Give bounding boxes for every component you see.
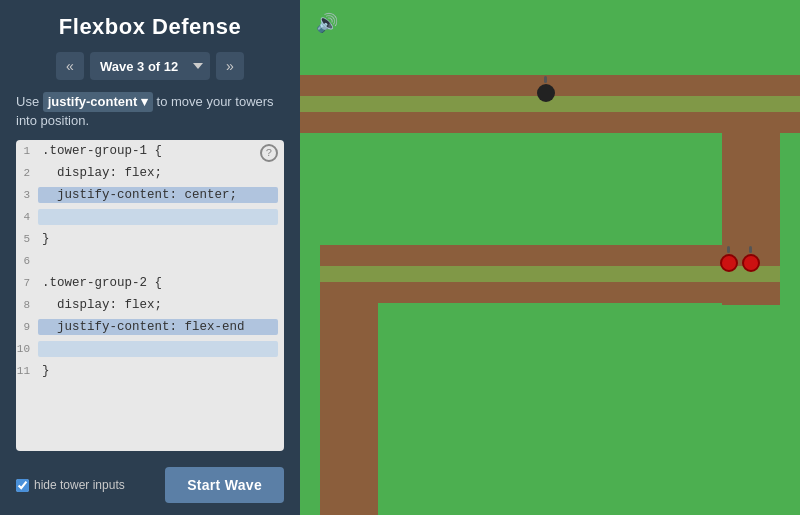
instruction-prefix: Use bbox=[16, 94, 39, 109]
line-num-5: 5 bbox=[16, 233, 38, 245]
line-content-9[interactable]: justify-content: flex-end bbox=[38, 319, 278, 335]
line-num-1: 1 bbox=[16, 145, 38, 157]
code-line-4: 4 bbox=[16, 206, 284, 228]
line-num-9: 9 bbox=[16, 321, 38, 333]
hide-inputs-label[interactable]: hide tower inputs bbox=[16, 478, 125, 492]
code-line-5: 5 } bbox=[16, 228, 284, 250]
line-num-11: 11 bbox=[16, 365, 38, 377]
lane-stripe-middle bbox=[320, 266, 780, 282]
keyword-badge[interactable]: justify-content ▾ bbox=[43, 92, 153, 112]
tower-1-body bbox=[537, 84, 555, 102]
hide-inputs-checkbox[interactable] bbox=[16, 479, 29, 492]
wave-navigation: « Wave 1 of 12Wave 2 of 12Wave 3 of 12Wa… bbox=[16, 52, 284, 80]
bottom-bar: hide tower inputs Start Wave bbox=[16, 461, 284, 503]
wave-dropdown[interactable]: Wave 1 of 12Wave 2 of 12Wave 3 of 12Wave… bbox=[90, 52, 210, 80]
line-content-2: display: flex; bbox=[38, 165, 278, 181]
code-line-3[interactable]: 3 justify-content: center; bbox=[16, 184, 284, 206]
line-content-4 bbox=[38, 209, 278, 225]
code-line-11: 11 } bbox=[16, 360, 284, 382]
line-content-3[interactable]: justify-content: center; bbox=[38, 187, 278, 203]
left-panel: Flexbox Defense « Wave 1 of 12Wave 2 of … bbox=[0, 0, 300, 515]
instruction-text: Use justify-content ▾ to move your tower… bbox=[16, 92, 284, 130]
line-num-4: 4 bbox=[16, 211, 38, 223]
hide-inputs-text: hide tower inputs bbox=[34, 478, 125, 492]
code-line-9[interactable]: 9 justify-content: flex-end bbox=[16, 316, 284, 338]
line-content-5: } bbox=[38, 231, 278, 247]
tower-3 bbox=[740, 250, 762, 272]
code-editor: ? 1 .tower-group-1 { 2 display: flex; 3 … bbox=[16, 140, 284, 451]
line-num-8: 8 bbox=[16, 299, 38, 311]
line-content-1: .tower-group-1 { bbox=[38, 143, 278, 159]
tower-2 bbox=[718, 250, 740, 272]
game-panel: 🔊 bbox=[300, 0, 800, 515]
road-left bbox=[320, 245, 378, 515]
line-content-6 bbox=[38, 260, 278, 262]
tower-3-fuse bbox=[749, 246, 752, 253]
line-num-3: 3 bbox=[16, 189, 38, 201]
line-num-2: 2 bbox=[16, 167, 38, 179]
tower-2-body bbox=[720, 254, 738, 272]
tower-1 bbox=[535, 80, 557, 102]
next-wave-button[interactable]: » bbox=[216, 52, 244, 80]
line-num-7: 7 bbox=[16, 277, 38, 289]
app-title: Flexbox Defense bbox=[16, 14, 284, 40]
code-line-8: 8 display: flex; bbox=[16, 294, 284, 316]
code-line-2: 2 display: flex; bbox=[16, 162, 284, 184]
code-line-10: 10 bbox=[16, 338, 284, 360]
line-content-11: } bbox=[38, 363, 278, 379]
sound-icon[interactable]: 🔊 bbox=[316, 12, 338, 34]
tower-3-body bbox=[742, 254, 760, 272]
start-wave-button[interactable]: Start Wave bbox=[165, 467, 284, 503]
tower-1-fuse bbox=[544, 76, 547, 83]
line-num-6: 6 bbox=[16, 255, 38, 267]
line-num-10: 10 bbox=[16, 343, 38, 355]
prev-wave-button[interactable]: « bbox=[56, 52, 84, 80]
line-content-7: .tower-group-2 { bbox=[38, 275, 278, 291]
code-line-1: 1 .tower-group-1 { bbox=[16, 140, 284, 162]
line-content-10 bbox=[38, 341, 278, 357]
code-line-7: 7 .tower-group-2 { bbox=[16, 272, 284, 294]
line-content-8: display: flex; bbox=[38, 297, 278, 313]
code-line-6: 6 bbox=[16, 250, 284, 272]
tower-2-fuse bbox=[727, 246, 730, 253]
